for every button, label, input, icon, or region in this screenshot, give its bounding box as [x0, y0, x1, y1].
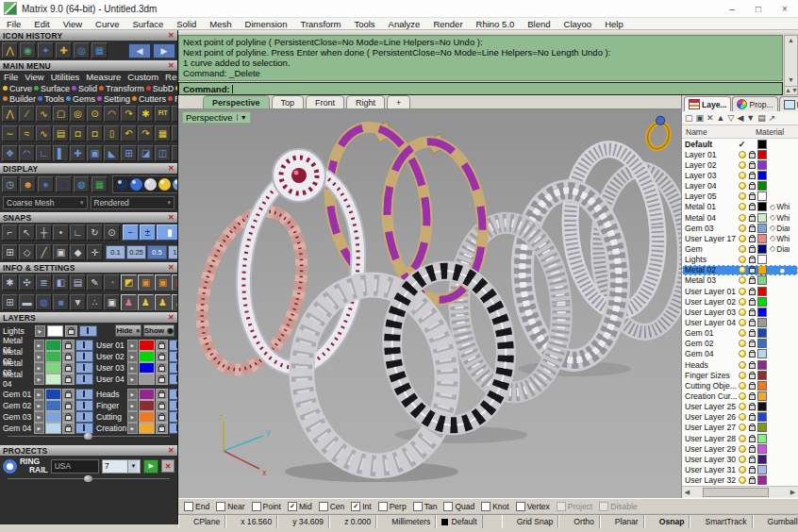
bulb-icon[interactable]	[737, 296, 747, 307]
layer-color-swatch[interactable]	[45, 374, 61, 385]
display-mode-icon[interactable]: ●	[56, 176, 72, 192]
layer-arrow-button[interactable]: ▶	[127, 400, 138, 411]
tool-icon[interactable]: ∿	[36, 106, 52, 122]
osnap-checkbox[interactable]: Perp	[378, 502, 407, 511]
layer-color-swatch[interactable]	[757, 202, 767, 211]
lock-icon[interactable]	[747, 433, 757, 443]
layer-material[interactable]: ◇White...	[767, 234, 790, 243]
menu-item[interactable]: Edit	[27, 19, 56, 29]
layer-visibility-button[interactable]	[169, 351, 178, 362]
layer-color-swatch[interactable]	[139, 340, 155, 351]
checkbox-icon[interactable]	[288, 502, 297, 511]
bulb-icon[interactable]	[737, 380, 747, 391]
layer-visibility-button[interactable]	[75, 351, 93, 362]
lock-icon[interactable]	[747, 454, 757, 464]
osnap-checkbox[interactable]: Disable	[599, 502, 637, 511]
layer-visibility-button[interactable]	[75, 362, 93, 374]
layer-visibility-button[interactable]	[75, 340, 93, 351]
layer-material[interactable]: ◇White...	[767, 213, 790, 223]
lock-icon[interactable]	[747, 212, 757, 223]
viewport-3d[interactable]: x y z Perspective▼	[178, 109, 681, 498]
status-cell[interactable]: Ortho	[558, 515, 600, 528]
status-cell[interactable]: CPlane	[178, 515, 225, 528]
layer-list-row[interactable]: User Layer 25 ✓ ◇ ●	[682, 402, 798, 412]
layer-color-swatch[interactable]	[757, 234, 767, 243]
tool-icon[interactable]: ⊙	[87, 106, 103, 122]
lock-icon[interactable]	[747, 328, 757, 339]
snap-tool-icon[interactable]: ┼	[36, 224, 52, 241]
info-tool-icon[interactable]: ◧	[53, 274, 69, 291]
osnap-checkbox[interactable]: Int	[351, 502, 371, 511]
layer-arrow-button[interactable]: ▶	[35, 325, 45, 337]
menu-item[interactable]: Analyze	[382, 19, 427, 29]
grid-snap-value-button[interactable]: 1.0	[168, 245, 178, 259]
history-tool-icon[interactable]: ✦	[38, 42, 54, 58]
lock-icon[interactable]	[747, 170, 757, 180]
tool-icon[interactable]: ◠	[104, 106, 120, 122]
info-tool-icon[interactable]: ▼	[70, 294, 86, 310]
tool-icon[interactable]: ⋀	[2, 106, 18, 122]
info-tool-icon[interactable]: ♟	[138, 294, 154, 310]
layer-color-swatch[interactable]	[47, 325, 63, 337]
tool-icon[interactable]: ◘	[70, 125, 86, 141]
close-icon[interactable]: ✕	[168, 263, 175, 272]
menu-item[interactable]: Clayoo	[557, 19, 599, 29]
command-scrollbar[interactable]: ▲ ▼ ▲▼	[784, 35, 798, 95]
info-tool-icon[interactable]: ▣	[104, 294, 120, 310]
osnap-checkbox[interactable]: End	[184, 502, 209, 511]
category-button[interactable]: Builder	[3, 94, 36, 104]
layer-list-row[interactable]: Metal 03 ✓ ◇ ●	[682, 275, 798, 286]
spinner-icon[interactable]: ▲▼	[785, 86, 797, 93]
bulb-icon[interactable]	[737, 233, 747, 243]
checkbox-icon[interactable]	[443, 502, 453, 511]
menu-item[interactable]: Curve	[89, 19, 125, 29]
bulb-icon[interactable]	[737, 159, 747, 170]
viewport-tab[interactable]: Top	[272, 95, 305, 108]
menu-item[interactable]: Dimension	[239, 19, 294, 29]
snap-tool-icon[interactable]: ⊞	[2, 244, 18, 260]
close-icon[interactable]: ✕	[168, 31, 175, 40]
bulb-icon[interactable]	[737, 443, 747, 454]
layers-panel-slider[interactable]	[8, 436, 170, 443]
layer-visibility-button[interactable]	[169, 362, 178, 374]
scroll-right-icon[interactable]: ▶	[788, 489, 798, 496]
layer-arrow-button[interactable]: ▶	[34, 362, 44, 374]
layer-list-row[interactable]: User Layer 32 ✓ ◇ ●	[682, 475, 798, 486]
close-icon[interactable]: ✕	[168, 313, 175, 322]
layer-list-row[interactable]: User Layer 02 ✓ ◇ ●	[682, 296, 798, 307]
layer-color-swatch[interactable]	[757, 391, 767, 401]
layer-visibility-button[interactable]	[169, 374, 178, 385]
viewport-tab[interactable]: Right	[346, 95, 385, 108]
bulb-icon[interactable]	[737, 243, 747, 254]
bulb-icon[interactable]	[737, 433, 747, 443]
info-tool-icon[interactable]: ✎	[87, 274, 103, 291]
layer-arrow-button[interactable]: ▶	[34, 351, 44, 362]
layer-color-swatch[interactable]	[757, 402, 767, 411]
layer-arrow-button[interactable]: ▶	[127, 374, 138, 385]
layer-toolbar-icon[interactable]: ▤	[757, 113, 766, 123]
layer-arrow-button[interactable]: ▶	[34, 411, 44, 423]
mesh-quality-dropdown[interactable]: Coarse Mesh▾	[3, 196, 88, 209]
layer-color-swatch[interactable]	[757, 412, 767, 422]
layer-color-swatch[interactable]	[757, 423, 767, 432]
info-tool-icon[interactable]: ▣	[172, 274, 178, 291]
layer-color-swatch[interactable]	[757, 265, 767, 274]
status-cell[interactable]: Osnap	[644, 515, 690, 528]
snap-tool-icon[interactable]: ◆	[70, 244, 86, 260]
layer-list-row[interactable]: Gem 01 ✓ ◇ ●	[682, 328, 798, 339]
category-button[interactable]: SubD	[146, 84, 175, 93]
render-mode-dropdown[interactable]: Rendered▾	[91, 196, 175, 209]
lock-icon[interactable]	[747, 370, 757, 380]
layer-color-swatch[interactable]	[757, 349, 767, 358]
show-button[interactable]: Show◉	[143, 324, 175, 337]
layer-color-swatch[interactable]	[139, 351, 155, 362]
bulb-icon[interactable]	[737, 307, 747, 317]
osnap-checkbox[interactable]: Near	[216, 502, 244, 511]
layer-color-swatch[interactable]	[45, 411, 61, 423]
status-cell[interactable]: Gumball	[753, 515, 798, 528]
layer-toolbar-icon[interactable]: ↗	[769, 113, 776, 123]
lock-icon[interactable]	[62, 389, 75, 400]
lock-icon[interactable]	[62, 423, 75, 434]
layer-color-swatch[interactable]	[757, 297, 767, 307]
scrollbar-thumb[interactable]	[703, 488, 769, 497]
